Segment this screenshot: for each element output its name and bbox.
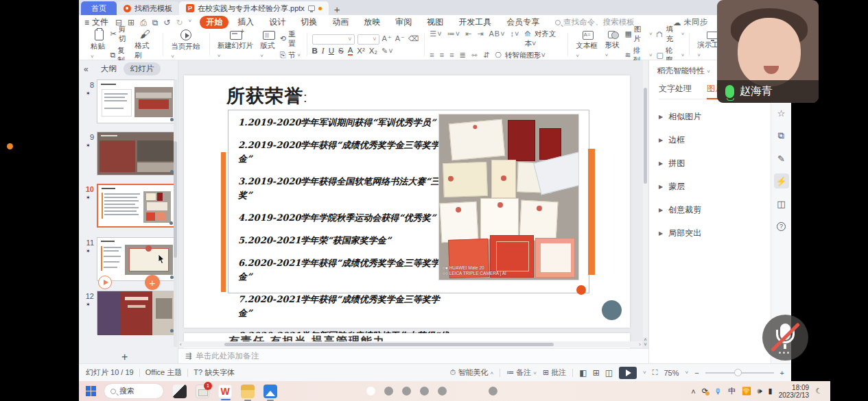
reset-button[interactable]: ⟲重置 xyxy=(280,29,302,49)
bullets-button[interactable]: ☰˅ xyxy=(430,29,442,49)
mute-microphone-button[interactable] xyxy=(762,315,808,361)
ribbon-tab-view[interactable]: 视图 xyxy=(421,16,449,29)
align-text-button[interactable]: ⟰ 对齐文本˅ xyxy=(525,29,563,49)
paragraph-spacing-button[interactable]: ⇵ xyxy=(483,51,490,60)
certificates-photo[interactable]: ○● HUAWEI Mate 20 ○○ LEICA TRIPLE CAMERA… xyxy=(439,114,578,280)
missing-font-warning[interactable]: T? 缺失字体 xyxy=(193,367,235,378)
sidebar-item-mask[interactable]: ▶蒙层 xyxy=(659,181,771,193)
ribbon-tab-design[interactable]: 设计 xyxy=(263,16,292,29)
dot-indicator[interactable] xyxy=(438,387,447,396)
beautify-button[interactable]: ⏱ 智能美化 ˄ xyxy=(450,367,493,378)
superscript-button[interactable]: X² xyxy=(357,47,365,55)
clear-format-button[interactable]: ⌫ xyxy=(408,34,420,45)
volume-icon[interactable]: 🕪 xyxy=(758,387,762,396)
font-size-select[interactable]: ˅ xyxy=(357,34,379,45)
wps-app-icon[interactable]: W xyxy=(218,385,232,398)
collapse-panel-button[interactable]: « xyxy=(84,64,89,74)
microphone-tray-icon[interactable]: 🎙 xyxy=(714,387,722,396)
slide-thumbnail-11[interactable]: 11 ✶ + xyxy=(79,237,178,284)
print-icon[interactable]: ⎙ xyxy=(140,18,147,27)
reading-view-icon[interactable]: ◫ xyxy=(605,368,613,378)
tab-template-store[interactable]: 找稻壳模板 xyxy=(117,1,179,15)
shapes-button[interactable]: 形状˅ xyxy=(602,31,625,58)
battery-icon[interactable]: ▮ xyxy=(769,387,773,396)
sidebar-item-collage[interactable]: ▶拼图 xyxy=(659,158,771,169)
align-left-button[interactable]: ≡ xyxy=(430,51,434,60)
smart-features-icon-selected[interactable]: ⚡ xyxy=(774,173,789,189)
ribbon-tab-developer[interactable]: 开发工具 xyxy=(452,16,497,29)
zoom-slider[interactable] xyxy=(705,372,774,374)
font-color-button[interactable]: A xyxy=(348,47,353,56)
distribute-button[interactable]: ⇿ xyxy=(471,51,478,60)
comments-button[interactable]: ⊞ 批注 xyxy=(543,367,566,378)
redo-icon[interactable]: ↻ xyxy=(176,18,183,27)
fill-button[interactable]: ⛫填充˅ xyxy=(657,25,685,44)
align-right-button[interactable]: ≡ xyxy=(449,51,454,60)
ribbon-tab-slideshow[interactable]: 放映 xyxy=(357,16,386,29)
ribbon-tab-animation[interactable]: 动画 xyxy=(326,16,355,29)
ribbon-tab-start[interactable]: 开始 xyxy=(200,16,228,29)
subscript-button[interactable]: X₂ xyxy=(369,47,377,55)
insert-slide-button[interactable]: + xyxy=(145,275,160,290)
underline-button[interactable]: U xyxy=(329,47,334,55)
qat-more-icon[interactable]: ˅ xyxy=(188,18,191,27)
slide-thumbnail-12[interactable]: 12 ✶ xyxy=(79,291,178,337)
taskbar-app-icon[interactable] xyxy=(173,385,187,398)
sidebar-item-local-highlight[interactable]: ▶局部突出 xyxy=(659,228,771,239)
numbering-button[interactable]: ≔˅ xyxy=(447,29,460,49)
layout-button[interactable]: 版式˅ xyxy=(257,31,280,59)
zoom-level[interactable]: 75% xyxy=(664,369,679,377)
duplicate-slides-icon[interactable]: ⧉ xyxy=(774,128,789,143)
zoom-out-button[interactable]: − xyxy=(694,369,699,377)
slide-thumbnail-8[interactable]: 8 ✶ xyxy=(79,80,178,126)
slide-thumbnail-9[interactable]: 9 ✶ xyxy=(79,132,178,178)
zoom-knob[interactable] xyxy=(734,369,742,376)
tab-slides[interactable]: 幻灯片 xyxy=(124,62,161,75)
justify-button[interactable]: ≣ xyxy=(460,51,467,60)
wifi-icon[interactable]: 🛜 xyxy=(742,387,751,396)
increase-indent-button[interactable]: ⇥ xyxy=(477,29,484,49)
theme-name[interactable]: Office 主题 xyxy=(145,367,183,378)
slide-sorter-icon[interactable]: ⊞ xyxy=(593,368,600,378)
photos-app-icon[interactable] xyxy=(263,385,277,398)
font-name-select[interactable]: ˅ xyxy=(312,34,355,45)
decrease-font-button[interactable]: A⁻ xyxy=(395,34,406,45)
sidebar-item-similar-images[interactable]: ▶相似图片 xyxy=(659,111,771,123)
file-menu[interactable]: ≡文件 xyxy=(84,16,108,28)
textbox-handle-dot[interactable] xyxy=(576,285,586,295)
dot-indicator[interactable] xyxy=(384,387,393,396)
tab-outline[interactable]: 大纲 xyxy=(94,62,124,75)
highlight-button[interactable]: ✎˅ xyxy=(382,47,394,56)
sidebar-item-borders[interactable]: ▶边框 xyxy=(659,134,771,146)
prev-next-slide-buttons[interactable]: ˄˅ xyxy=(642,337,648,347)
webcam-video-tile[interactable]: 赵海青 xyxy=(717,0,819,103)
zoom-options-icon[interactable]: ˅ xyxy=(685,369,688,376)
taskbar-search[interactable]: 搜索 xyxy=(104,384,163,398)
undo-icon[interactable]: ↺ xyxy=(163,18,170,27)
sidebar-tab-text[interactable]: 文字处理 xyxy=(659,83,692,95)
tab-home[interactable]: 首页 xyxy=(81,1,117,15)
ribbon-tab-review[interactable]: 审阅 xyxy=(389,16,418,29)
cut-button[interactable]: ✂剪切 xyxy=(110,25,132,44)
text-direction-button[interactable]: AB˅ xyxy=(489,29,506,49)
smart-create-icon[interactable]: ☆ xyxy=(774,106,789,121)
tab-document[interactable]: P 在校实践与专升本经验分享.pptx xyxy=(179,1,329,15)
notes-toggle-button[interactable]: ≔ 备注 ˅ xyxy=(506,367,537,378)
file-explorer-icon[interactable] xyxy=(241,385,255,398)
dot-indicator[interactable] xyxy=(420,387,429,396)
play-options-icon[interactable]: ˅ xyxy=(643,369,646,376)
section-button[interactable]: ⎘节˅ xyxy=(280,51,302,60)
slide-thumbnail-10-selected[interactable]: 10 ✶ xyxy=(79,184,178,232)
dot-indicator[interactable] xyxy=(366,387,375,396)
play-from-slide-button[interactable] xyxy=(98,276,112,289)
command-search[interactable]: 查找命令、搜索模板 xyxy=(555,17,635,27)
smart-graphic-button[interactable]: ⎔ 转智能图形˅ xyxy=(495,51,546,60)
slideshow-play-button[interactable] xyxy=(619,367,637,379)
vertical-scrollbar[interactable] xyxy=(643,60,648,337)
slide-title[interactable]: 所获荣誉: xyxy=(226,84,308,108)
format-painter-button[interactable]: 🖌格式刷 xyxy=(132,29,158,60)
sidebar-item-creative-crop[interactable]: ▶创意裁剪 xyxy=(659,204,771,216)
dot-indicator[interactable] xyxy=(402,387,411,396)
add-slide-button[interactable]: + xyxy=(121,351,128,363)
night-mode-icon[interactable]: ☾ xyxy=(815,387,822,396)
